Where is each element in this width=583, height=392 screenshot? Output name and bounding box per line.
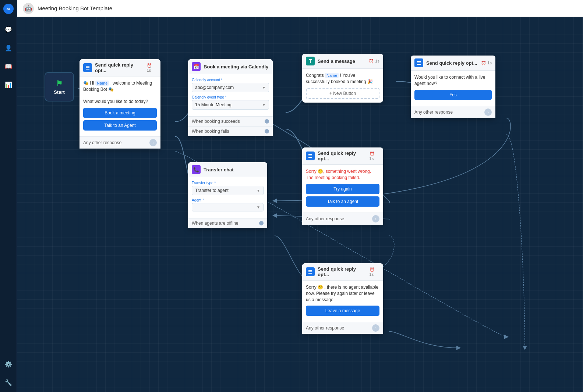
node-calendly: 📅 Book a meeting via Calendly Calendly a… [188,59,273,136]
node-success-timer: ⏰ 1s [369,59,379,64]
send-quick-reply-icon-4: ☰ [414,58,423,67]
node-transfer-header: 📞 Transfer chat [188,162,267,177]
calendly-account-value: abc@company.com [195,85,234,90]
node-live-agent-ask: ☰ Send quick reply opt... ⏰ 1s Would you… [411,56,495,118]
connector-arrow-4: › [484,108,492,116]
chevron-down-icon-1: ▼ [262,86,266,90]
any-other-response-4[interactable]: Any other response › [411,106,495,118]
node-success-title: Send a message [318,58,355,64]
calendly-event-field: Calendly event type * 15 Minute Meeting … [192,95,269,110]
agents-offline-connector[interactable]: When agents are offline [188,218,267,228]
connector-dot-fails [265,129,269,133]
agent-field: Agent * ▼ [192,198,264,211]
new-button[interactable]: + New Button [306,88,379,99]
settings-icon[interactable]: ⚙️ [3,358,14,370]
node-no-agent-body: Sorry 😕 , there is no agent available no… [302,281,383,322]
node-booking-failed-title: Send quick reply opt... [318,150,367,161]
send-quick-reply-icon-1: ☰ [83,63,92,72]
booking-fails-connector[interactable]: When booking fails [188,126,273,136]
node-transfer-body: Transfer type * Transfer to agent ▼ Agen… [188,177,267,218]
start-label: Start [54,89,65,95]
page-title: Meeting Booking Bot Template [38,5,112,11]
node-live-agent-title: Send quick reply opt... [426,60,477,66]
any-other-response-7[interactable]: Any other response › [302,322,383,334]
send-message-icon: T [306,57,315,65]
node-calendly-title: Book a meeting via Calendly [204,64,268,70]
node-transfer-chat: 📞 Transfer chat Transfer type * Transfer… [188,162,267,228]
transfer-type-value: Transfer to agent [195,188,229,193]
node-no-agent-header: ☰ Send quick reply opt... ⏰ 1s [302,263,383,281]
node-no-agent-text: Sorry 😕 , there is no agent available no… [306,284,379,303]
calendly-event-value: 15 Minute Meeting [195,102,232,107]
yes-button[interactable]: Yes [414,90,492,100]
node-calendly-body: Calendly account * abc@company.com ▼ Cal… [188,74,273,116]
node-live-agent-text: Would you like to connect with a live ag… [414,74,492,87]
node-booking-failed-body: Sorry 😕, something went wrong. The meeti… [302,165,383,213]
chevron-down-icon-2: ▼ [262,103,266,107]
connector-dot-offline [259,221,264,225]
transfer-type-select[interactable]: Transfer to agent ▼ [192,186,264,195]
calendly-account-select[interactable]: abc@company.com ▼ [192,83,269,92]
node-welcome-header: ☰ Send quick reply opt... ⏰ 1s [80,59,160,76]
agent-label: Agent * [192,198,264,202]
any-other-response-label-7: Any other response [306,325,344,331]
calendly-account-field: Calendly account * abc@company.com ▼ [192,78,269,92]
booking-succeeds-connector[interactable]: When booking succeeds [188,116,273,126]
send-quick-reply-icon-7: ☰ [306,267,315,276]
start-node[interactable]: ⚑ Start [45,72,74,101]
app-logo[interactable]: ∞ [3,4,14,14]
header: 🤖 Meeting Booking Bot Template [17,0,583,17]
calendly-icon: 📅 [192,62,201,71]
leave-message-button[interactable]: Leave a message [306,306,379,316]
node-live-agent-timer: ⏰ 1s [481,61,492,65]
node-welcome-title: Send quick reply opt... [95,62,144,73]
calendly-account-label: Calendly account * [192,78,269,82]
transfer-type-field: Transfer type * Transfer to agent ▼ [192,181,264,195]
node-booking-failed-header: ☰ Send quick reply opt... ⏰ 1s [302,147,383,165]
transfer-chat-icon: 📞 [192,165,201,174]
node-live-agent-body: Would you like to connect with a live ag… [411,71,495,106]
node-no-agent-timer: ⏰ 1s [370,267,379,277]
chat-icon[interactable]: 💬 [3,24,14,35]
node-success-message: T Send a message ⏰ 1s Congrats Name ! Yo… [302,54,383,103]
contacts-icon[interactable]: 👤 [3,42,14,54]
talk-to-agent-button[interactable]: Talk to an agent [306,196,379,207]
transfer-type-label: Transfer type * [192,181,264,185]
node-success-text: Congrats Name ! You've successfully book… [306,72,379,85]
calendly-event-label: Calendly event type * [192,95,269,99]
connector-arrow-6: › [372,215,379,222]
book-meeting-button[interactable]: Book a meeting [83,108,157,118]
node-transfer-title: Transfer chat [204,167,234,172]
calendly-event-select[interactable]: 15 Minute Meeting ▼ [192,100,269,110]
any-other-response-label-6: Any other response [306,216,344,221]
flow-canvas[interactable]: ⚑ Start ☰ Send quick reply opt... ⏰ 1s 🎭… [17,17,583,392]
try-again-button[interactable]: Try again [306,184,379,194]
node-no-agent: ☰ Send quick reply opt... ⏰ 1s Sorry 😕 ,… [302,263,383,334]
agent-select[interactable]: ▼ [192,203,264,211]
node-welcome-timer: ⏰ 1s [147,63,157,72]
node-live-agent-header: ☰ Send quick reply opt... ⏰ 1s [411,56,495,71]
tools-icon[interactable]: 🔧 [3,377,14,388]
booking-fails-label: When booking fails [192,129,229,134]
booking-succeeds-label: When booking succeeds [192,119,240,124]
any-other-response-6[interactable]: Any other response › [302,213,383,225]
agents-offline-label: When agents are offline [192,221,239,226]
connector-arrow-1: › [149,139,157,146]
any-other-response-1[interactable]: Any other response › [80,136,160,149]
node-no-agent-title: Send quick reply opt... [318,266,367,277]
main-area: 🤖 Meeting Booking Bot Template [17,0,583,392]
chevron-down-icon-4: ▼ [257,205,260,209]
reports-icon[interactable]: 📊 [3,79,14,90]
inbox-icon[interactable]: 📖 [3,60,14,72]
talk-agent-button[interactable]: Talk to an Agent [83,120,157,131]
node-booking-failed-timer: ⏰ 1s [370,152,379,161]
any-other-response-label-1: Any other response [83,140,121,145]
node-welcome-body: 🎭 Hi Name , welcome to Meeting Booking B… [80,76,160,136]
any-other-response-label-4: Any other response [414,110,453,115]
bot-icon: 🤖 [23,3,34,14]
chevron-down-icon-3: ▼ [257,189,260,193]
connector-dot-succeeds [265,119,269,124]
node-booking-failed: ☰ Send quick reply opt... ⏰ 1s Sorry 😕, … [302,147,383,225]
sidebar: ∞ 💬 👤 📖 📊 ⚙️ 🔧 [0,0,17,392]
node-calendly-header: 📅 Book a meeting via Calendly [188,59,273,74]
